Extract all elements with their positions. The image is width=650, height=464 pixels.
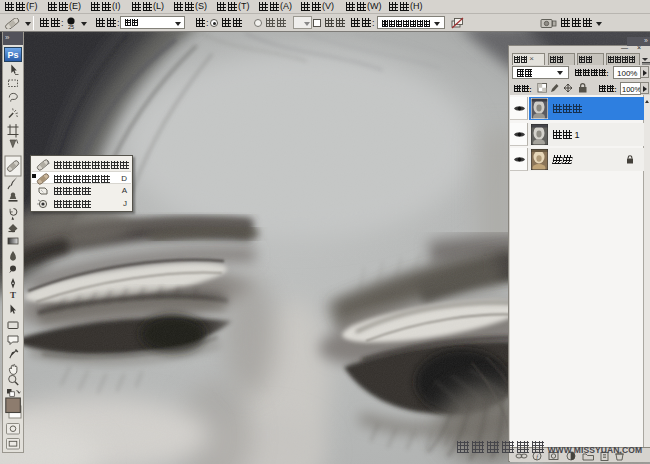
- svg-text:25: 25: [68, 24, 74, 30]
- svg-text:T: T: [10, 290, 16, 300]
